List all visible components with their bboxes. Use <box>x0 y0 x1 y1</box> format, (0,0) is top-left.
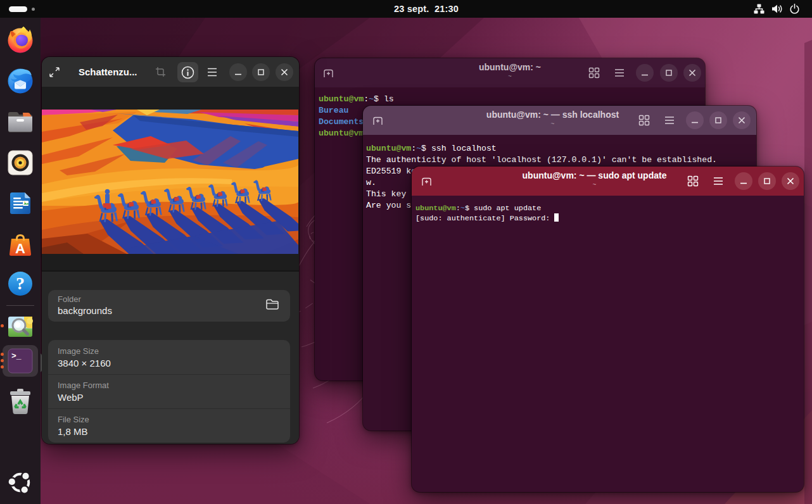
svg-text:>_: >_ <box>11 351 22 361</box>
svg-text:?: ? <box>16 274 25 293</box>
svg-text:A: A <box>15 241 25 256</box>
